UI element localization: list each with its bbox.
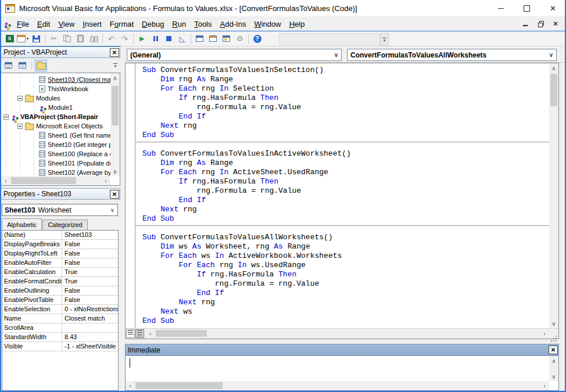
code-line[interactable]: rng.Formula = rng.Value xyxy=(142,279,549,289)
immediate-header[interactable]: Immediate ✕ xyxy=(125,344,559,356)
code-line[interactable]: For Each rng In ws.UsedRange xyxy=(142,261,549,270)
scroll-thumb[interactable] xyxy=(135,382,223,389)
code-line[interactable]: If rng.HasFormula Then xyxy=(142,93,549,103)
tree-item-module1[interactable]: Module1 xyxy=(1,103,110,112)
object-selector-combo[interactable]: Sheet103 Worksheet ∨ xyxy=(2,204,118,216)
mdi-close-button[interactable]: ✕ xyxy=(551,19,560,28)
cut-button[interactable]: ✂ xyxy=(47,33,60,45)
immediate-horizontal-scrollbar[interactable]: ‹ › xyxy=(126,381,549,390)
property-row-displaypagebreaks[interactable]: DisplayPageBreaksFalse xyxy=(2,240,118,249)
property-value[interactable] xyxy=(62,323,118,332)
code-line[interactable]: End Sub xyxy=(142,317,549,326)
collapse-toggle-icon[interactable] xyxy=(3,114,9,120)
property-value[interactable]: Closest match xyxy=(62,314,118,323)
help-button[interactable]: ? xyxy=(250,33,264,45)
close-button[interactable]: ✕ xyxy=(540,0,566,16)
view-microsoft-excel-button[interactable]: X xyxy=(3,33,16,45)
property-value[interactable]: False xyxy=(62,258,118,267)
property-value[interactable]: False xyxy=(62,296,118,304)
code-line[interactable]: Dim rng As Range xyxy=(142,75,549,84)
code-window-icon[interactable] xyxy=(5,22,8,26)
project-tree-horizontal-scrollbar[interactable]: ‹ › xyxy=(1,176,110,185)
break-button[interactable] xyxy=(149,33,162,45)
property-row-standardwidth[interactable]: StandardWidth8.43 xyxy=(2,333,118,342)
immediate-vertical-scrollbar[interactable]: ∧ ∨ xyxy=(549,356,558,381)
code-line[interactable]: For Each rng In Selection xyxy=(142,84,549,93)
property-value[interactable]: False xyxy=(62,249,118,258)
properties-panel-header[interactable]: Properties - Sheet103 ✕ xyxy=(1,188,120,200)
code-line[interactable]: End Sub xyxy=(142,214,549,224)
property-value[interactable]: False xyxy=(62,286,118,295)
run-button[interactable]: ▶ xyxy=(135,33,149,45)
code-line[interactable]: End If xyxy=(142,289,549,298)
tree-item-sheet101-populate-dr[interactable]: Sheet101 (Populate dr xyxy=(1,159,110,168)
find-button[interactable] xyxy=(87,33,101,45)
undo-button[interactable]: ↶ xyxy=(105,33,118,45)
menu-item-tools[interactable]: Tools xyxy=(190,18,216,30)
scroll-thumb[interactable] xyxy=(550,74,557,106)
code-line[interactable]: rng.Formula = rng.Value xyxy=(142,103,549,112)
scroll-right-icon[interactable]: › xyxy=(101,176,110,185)
code-line[interactable]: Sub ConvertFormulasToValuesInSelection() xyxy=(142,66,549,75)
tree-item-microsoft-excel-objects[interactable]: Microsoft Excel Objects xyxy=(1,121,110,131)
property-row-name[interactable]: (Name)Sheet103 xyxy=(2,231,118,240)
scroll-left-icon[interactable]: ‹ xyxy=(146,329,155,338)
property-value[interactable]: True xyxy=(62,268,118,276)
code-margin-indicator-bar[interactable] xyxy=(126,63,135,328)
procedure-dropdown[interactable]: ConvertFormulasToValuesAllWorksheets ∨ xyxy=(347,49,557,61)
property-row-displayrighttoleft[interactable]: DisplayRightToLeftFalse xyxy=(2,249,118,258)
menu-item-debug[interactable]: Debug xyxy=(138,18,168,30)
scroll-right-icon[interactable]: › xyxy=(540,381,549,390)
collapse-toggle-icon[interactable] xyxy=(17,124,23,129)
menu-item-insert[interactable]: Insert xyxy=(78,18,106,30)
save-button[interactable] xyxy=(30,33,43,45)
code-horizontal-scrollbar[interactable]: ‹ › xyxy=(146,329,549,339)
code-line[interactable]: End Sub xyxy=(142,131,549,140)
property-row-visible[interactable]: Visible-1 - xlSheetVisible xyxy=(2,342,118,351)
project-panel-header[interactable]: Project - VBAProject ✕ xyxy=(1,46,120,58)
project-explorer-button[interactable] xyxy=(193,33,206,45)
code-line[interactable]: Next ws xyxy=(142,307,549,317)
code-line[interactable]: Next rng xyxy=(142,298,549,307)
mdi-restore-button[interactable] xyxy=(536,19,545,28)
code-line[interactable]: rng.Formula = rng.Value xyxy=(142,186,549,196)
code-line[interactable]: Next rng xyxy=(142,205,549,214)
code-vertical-scrollbar[interactable]: ∧ ∨ xyxy=(549,63,558,328)
minimize-button[interactable] xyxy=(488,0,514,16)
insert-userform-button[interactable]: ▾ xyxy=(16,33,30,45)
copy-button[interactable] xyxy=(60,33,74,45)
property-row-enableselection[interactable]: EnableSelection0 - xlNoRestrictions xyxy=(2,305,118,314)
code-editor[interactable]: Sub ConvertFormulasToValuesInSelection()… xyxy=(135,63,549,328)
menu-item-add-ins[interactable]: Add-Ins xyxy=(216,18,250,30)
paste-button[interactable] xyxy=(74,33,87,45)
scroll-left-icon[interactable]: ‹ xyxy=(126,381,135,390)
code-line[interactable]: For Each rng In ActiveSheet.UsedRange xyxy=(142,168,549,177)
scroll-down-icon[interactable]: ∨ xyxy=(549,319,558,328)
code-line[interactable]: If rng.HasFormula Then xyxy=(142,177,549,186)
property-row-enableformatconditi[interactable]: EnableFormatConditiTrue xyxy=(2,277,118,286)
procedure-view-button[interactable] xyxy=(126,329,135,338)
property-value[interactable]: True xyxy=(62,277,118,286)
scroll-thumb[interactable] xyxy=(112,86,119,125)
scroll-right-icon[interactable]: › xyxy=(540,329,549,338)
mdi-minimize-button[interactable] xyxy=(521,19,530,28)
code-line[interactable]: Dim rng As Range xyxy=(142,159,549,168)
properties-close-button[interactable]: ✕ xyxy=(110,190,119,199)
collapse-toggle-icon[interactable] xyxy=(17,96,23,101)
title-bar[interactable]: Microsoft Visual Basic for Applications … xyxy=(0,0,566,16)
tree-item-thisworkbook[interactable]: ThisWorkbook xyxy=(1,84,110,93)
menu-item-view[interactable]: View xyxy=(54,18,78,30)
property-value[interactable]: 8.43 xyxy=(62,333,118,341)
code-line[interactable]: End If xyxy=(142,196,549,205)
tree-item-sheet10-get-integer-p[interactable]: Sheet10 (Get integer p xyxy=(1,140,110,149)
properties-window-button[interactable] xyxy=(206,33,220,45)
scroll-thumb[interactable] xyxy=(156,330,207,337)
property-value[interactable]: -1 - xlSheetVisible xyxy=(62,342,118,351)
scroll-down-icon[interactable]: ∨ xyxy=(110,167,120,176)
property-value[interactable]: False xyxy=(62,240,118,249)
property-row-enablepivottable[interactable]: EnablePivotTableFalse xyxy=(2,296,118,305)
code-line[interactable]: End If xyxy=(142,112,549,121)
tree-item-sheet103-closest-mat[interactable]: Sheet103 (Closest mat xyxy=(1,75,110,84)
property-row-enablecalculation[interactable]: EnableCalculationTrue xyxy=(2,268,118,277)
menu-item-format[interactable]: Format xyxy=(106,18,138,30)
